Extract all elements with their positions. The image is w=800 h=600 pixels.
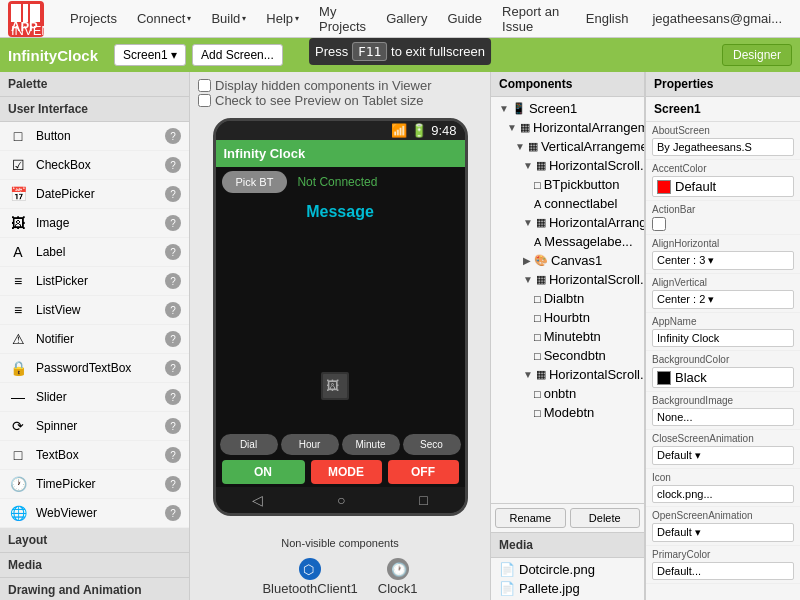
tree-item-16[interactable]: □ Modebtn xyxy=(491,403,644,422)
palette-help-icon-textbox[interactable]: ? xyxy=(165,447,181,463)
nav-my-projects[interactable]: My Projects xyxy=(309,0,376,38)
dial-button[interactable]: Dial xyxy=(220,434,278,455)
minute-button[interactable]: Minute xyxy=(342,434,400,455)
palette-help-icon-image[interactable]: ? xyxy=(165,215,181,231)
components-tree: ▼ 📱 Screen1 ▼ ▦ HorizontalArrangeme... ▼… xyxy=(491,97,644,503)
prop-value-1[interactable]: Default xyxy=(652,176,794,197)
nav-english[interactable]: English xyxy=(576,0,639,38)
nav-projects[interactable]: Projects xyxy=(60,0,127,38)
display-hidden-checkbox-label[interactable]: Display hidden components in Viewer xyxy=(198,78,482,93)
nav-guide[interactable]: Guide xyxy=(437,0,492,38)
tree-item-15[interactable]: □ onbtn xyxy=(491,384,644,403)
palette-help-icon-label[interactable]: ? xyxy=(165,244,181,260)
tree-item-5[interactable]: A connectlabel xyxy=(491,194,644,213)
recent-nav-icon[interactable]: □ xyxy=(419,492,427,508)
palette-item-listview[interactable]: ≡ ListView ? xyxy=(0,296,189,325)
second-button[interactable]: Seco xyxy=(403,434,461,455)
media-item-1[interactable]: 📄Pallete.jpg xyxy=(495,579,640,598)
palette-item-notifier[interactable]: ⚠ Notifier ? xyxy=(0,325,189,354)
media-section: Media 📄Dotcircle.png📄Pallete.jpg xyxy=(491,532,644,600)
tree-item-7[interactable]: A Messagelabe... xyxy=(491,232,644,251)
media-section-header-comp: Media xyxy=(491,533,644,558)
not-connected-label: Not Connected xyxy=(297,175,377,189)
prop-select-8[interactable]: Default ▾ xyxy=(652,446,794,465)
rename-button[interactable]: Rename xyxy=(495,508,566,528)
add-screen-button[interactable]: Add Screen... xyxy=(192,44,283,66)
nav-report[interactable]: Report an Issue xyxy=(492,0,576,38)
palette-help-icon-button[interactable]: ? xyxy=(165,128,181,144)
prop-value-6[interactable]: Black xyxy=(652,367,794,388)
canvas-area: 🖼 xyxy=(216,223,465,430)
nav-build[interactable]: Build▾ xyxy=(201,0,256,38)
tree-item-2[interactable]: ▼ ▦ VerticalArrangemen... xyxy=(491,137,644,156)
svg-text:🕐: 🕐 xyxy=(391,561,408,578)
palette-item-button[interactable]: □ Button ? xyxy=(0,122,189,151)
prop-value-11[interactable]: Default... xyxy=(652,562,794,580)
palette-item-listpicker[interactable]: ≡ ListPicker ? xyxy=(0,267,189,296)
palette-help-icon-spinner[interactable]: ? xyxy=(165,418,181,434)
prop-value-0[interactable]: By Jegatheesans.S xyxy=(652,138,794,156)
off-button[interactable]: OFF xyxy=(388,460,459,484)
palette-item-spinner[interactable]: ⟳ Spinner ? xyxy=(0,412,189,441)
pick-bt-button[interactable]: Pick BT xyxy=(222,171,288,193)
palette-help-icon-listview[interactable]: ? xyxy=(165,302,181,318)
mode-button[interactable]: MODE xyxy=(311,460,382,484)
palette-help-icon-passwordtextbox[interactable]: ? xyxy=(165,360,181,376)
prop-row-aboutscreen: AboutScreenBy Jegatheesans.S xyxy=(646,122,800,160)
on-button[interactable]: ON xyxy=(222,460,305,484)
palette-help-icon-slider[interactable]: ? xyxy=(165,389,181,405)
tree-item-14[interactable]: ▼ ▦ HorizontalScroll... xyxy=(491,365,644,384)
prop-value-9[interactable]: clock.png... xyxy=(652,485,794,503)
tree-item-4[interactable]: □ BTpickbutton xyxy=(491,175,644,194)
tree-item-10[interactable]: □ Dialbtn xyxy=(491,289,644,308)
tree-item-11[interactable]: □ Hourbtn xyxy=(491,308,644,327)
display-hidden-checkbox[interactable] xyxy=(198,79,211,92)
palette-item-checkbox[interactable]: ☑ CheckBox ? xyxy=(0,151,189,180)
hour-button[interactable]: Hour xyxy=(281,434,339,455)
palette-help-icon-datepicker[interactable]: ? xyxy=(165,186,181,202)
tree-item-8[interactable]: ▶ 🎨 Canvas1 xyxy=(491,251,644,270)
prop-select-4[interactable]: Center : 2 ▾ xyxy=(652,290,794,309)
top-navigation: APP INVENTOR Projects Connect▾ Build▾ He… xyxy=(0,0,800,38)
tree-item-1[interactable]: ▼ ▦ HorizontalArrangeme... xyxy=(491,118,644,137)
palette-help-icon-listpicker[interactable]: ? xyxy=(165,273,181,289)
back-nav-icon[interactable]: ◁ xyxy=(252,492,263,508)
palette-help-icon-checkbox[interactable]: ? xyxy=(165,157,181,173)
tree-node-icon-1: ▦ xyxy=(520,121,530,134)
tree-item-3[interactable]: ▼ ▦ HorizontalScroll... xyxy=(491,156,644,175)
media-item-0[interactable]: 📄Dotcircle.png xyxy=(495,560,640,579)
nav-user[interactable]: jegatheesans@gmai... xyxy=(642,0,792,38)
palette-item-webviewer[interactable]: 🌐 WebViewer ? xyxy=(0,499,189,528)
prop-value-7[interactable]: None... xyxy=(652,408,794,426)
prop-value-5[interactable]: Infinity Clock xyxy=(652,329,794,347)
home-nav-icon[interactable]: ○ xyxy=(337,492,345,508)
palette-help-icon-timepicker[interactable]: ? xyxy=(165,476,181,492)
palette-item-textbox[interactable]: □ TextBox ? xyxy=(0,441,189,470)
palette-item-datepicker[interactable]: 📅 DatePicker ? xyxy=(0,180,189,209)
palette-item-image[interactable]: 🖼 Image ? xyxy=(0,209,189,238)
prop-select-10[interactable]: Default ▾ xyxy=(652,523,794,542)
palette-help-icon-notifier[interactable]: ? xyxy=(165,331,181,347)
palette-item-timepicker[interactable]: 🕐 TimePicker ? xyxy=(0,470,189,499)
tree-item-6[interactable]: ▼ ▦ HorizontalArrange... xyxy=(491,213,644,232)
designer-button[interactable]: Designer xyxy=(722,44,792,66)
prop-select-3[interactable]: Center : 3 ▾ xyxy=(652,251,794,270)
tree-item-9[interactable]: ▼ ▦ HorizontalScroll... xyxy=(491,270,644,289)
nav-gallery[interactable]: Gallery xyxy=(376,0,437,38)
palette-help-icon-webviewer[interactable]: ? xyxy=(165,505,181,521)
screen-selector[interactable]: Screen1 ▾ xyxy=(114,44,186,66)
tree-item-0[interactable]: ▼ 📱 Screen1 xyxy=(491,99,644,118)
prop-checkbox-2[interactable] xyxy=(652,217,666,231)
tree-item-13[interactable]: □ Secondbtn xyxy=(491,346,644,365)
tablet-preview-label[interactable]: Check to see Preview on Tablet size xyxy=(198,93,482,108)
palette-item-slider[interactable]: — Slider ? xyxy=(0,383,189,412)
help-arrow-icon: ▾ xyxy=(295,14,299,23)
tree-label-8: Canvas1 xyxy=(551,253,602,268)
nav-connect[interactable]: Connect▾ xyxy=(127,0,201,38)
tree-item-12[interactable]: □ Minutebtn xyxy=(491,327,644,346)
nav-help[interactable]: Help▾ xyxy=(256,0,309,38)
delete-button[interactable]: Delete xyxy=(570,508,641,528)
palette-item-label[interactable]: A Label ? xyxy=(0,238,189,267)
tablet-preview-checkbox[interactable] xyxy=(198,94,211,107)
palette-item-passwordtextbox[interactable]: 🔒 PasswordTextBox ? xyxy=(0,354,189,383)
